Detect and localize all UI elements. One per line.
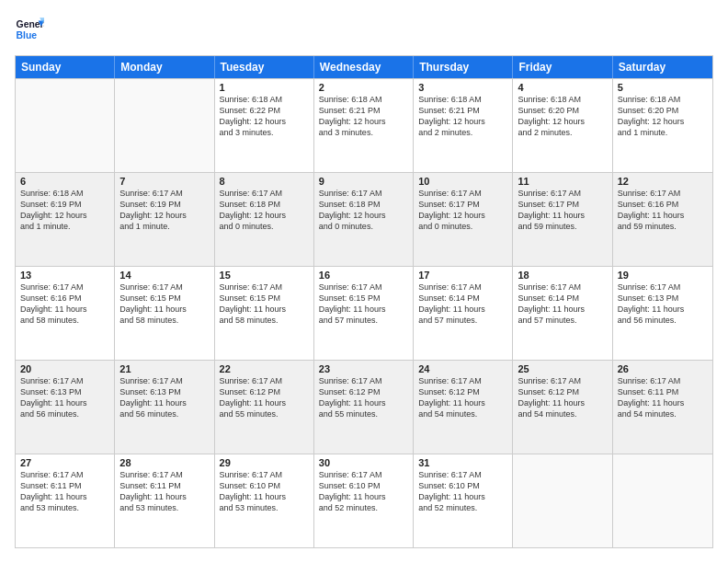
cell-info-line: Sunset: 6:16 PM bbox=[618, 199, 708, 210]
cell-info-line: Sunset: 6:15 PM bbox=[119, 293, 209, 304]
day-cell-5: 5Sunrise: 6:18 AMSunset: 6:20 PMDaylight… bbox=[613, 79, 712, 172]
day-cell-1: 1Sunrise: 6:18 AMSunset: 6:22 PMDaylight… bbox=[215, 79, 314, 172]
cell-info-line: Sunset: 6:19 PM bbox=[119, 199, 209, 210]
cell-info-line: and 53 minutes. bbox=[119, 502, 209, 513]
page-header: General Blue bbox=[15, 15, 713, 44]
weekday-header-monday: Monday bbox=[115, 56, 214, 78]
cell-info-line: Sunset: 6:16 PM bbox=[20, 293, 109, 304]
cell-info-line: Daylight: 11 hours bbox=[518, 210, 607, 221]
day-number: 14 bbox=[119, 270, 209, 281]
cell-info-line: and 59 minutes. bbox=[618, 221, 708, 232]
cell-info-line: Daylight: 12 hours bbox=[119, 210, 209, 221]
calendar-body: 1Sunrise: 6:18 AMSunset: 6:22 PMDaylight… bbox=[16, 78, 712, 547]
cell-info-line: Daylight: 11 hours bbox=[220, 491, 309, 502]
cell-info-line: Daylight: 11 hours bbox=[20, 491, 109, 502]
cell-info-line: Sunset: 6:21 PM bbox=[319, 105, 408, 116]
day-cell-18: 18Sunrise: 6:17 AMSunset: 6:14 PMDayligh… bbox=[513, 267, 612, 360]
cell-info-line: and 57 minutes. bbox=[518, 315, 607, 326]
svg-text:Blue: Blue bbox=[17, 30, 38, 40]
cell-info-line: Daylight: 12 hours bbox=[518, 116, 607, 127]
day-number: 22 bbox=[220, 363, 309, 374]
calendar-row-1: 1Sunrise: 6:18 AMSunset: 6:22 PMDaylight… bbox=[16, 78, 712, 172]
cell-info-line: Sunset: 6:11 PM bbox=[119, 480, 209, 491]
cell-info-line: Daylight: 11 hours bbox=[418, 304, 507, 315]
day-number: 11 bbox=[518, 176, 607, 187]
day-cell-30: 30Sunrise: 6:17 AMSunset: 6:10 PMDayligh… bbox=[314, 454, 414, 547]
cell-info-line: Sunrise: 6:17 AM bbox=[518, 375, 607, 386]
cell-info-line: Sunset: 6:12 PM bbox=[319, 386, 408, 397]
empty-cell bbox=[513, 454, 612, 547]
day-number: 3 bbox=[418, 82, 507, 93]
day-number: 20 bbox=[20, 363, 109, 374]
cell-info-line: Daylight: 11 hours bbox=[319, 304, 408, 315]
cell-info-line: and 55 minutes. bbox=[319, 408, 408, 419]
calendar-header: SundayMondayTuesdayWednesdayThursdayFrid… bbox=[16, 56, 712, 78]
day-cell-25: 25Sunrise: 6:17 AMSunset: 6:12 PMDayligh… bbox=[513, 361, 612, 454]
cell-info-line: Daylight: 12 hours bbox=[319, 210, 408, 221]
day-number: 4 bbox=[518, 82, 607, 93]
cell-info-line: Sunset: 6:15 PM bbox=[319, 293, 408, 304]
day-number: 27 bbox=[20, 457, 109, 468]
cell-info-line: Daylight: 11 hours bbox=[518, 304, 607, 315]
cell-info-line: and 1 minute. bbox=[119, 221, 209, 232]
cell-info-line: Sunset: 6:15 PM bbox=[220, 293, 309, 304]
day-number: 1 bbox=[220, 82, 309, 93]
cell-info-line: Sunrise: 6:17 AM bbox=[220, 282, 309, 293]
cell-info-line: and 57 minutes. bbox=[418, 315, 507, 326]
cell-info-line: Daylight: 11 hours bbox=[418, 397, 507, 408]
day-number: 29 bbox=[220, 457, 309, 468]
empty-cell bbox=[16, 79, 115, 172]
day-cell-9: 9Sunrise: 6:17 AMSunset: 6:18 PMDaylight… bbox=[314, 173, 414, 266]
cell-info-line: Sunrise: 6:17 AM bbox=[618, 282, 708, 293]
day-cell-22: 22Sunrise: 6:17 AMSunset: 6:12 PMDayligh… bbox=[215, 361, 314, 454]
day-cell-10: 10Sunrise: 6:17 AMSunset: 6:17 PMDayligh… bbox=[414, 173, 513, 266]
calendar-row-3: 13Sunrise: 6:17 AMSunset: 6:16 PMDayligh… bbox=[16, 266, 712, 360]
cell-info-line: Sunrise: 6:17 AM bbox=[319, 469, 408, 480]
cell-info-line: Daylight: 12 hours bbox=[20, 210, 109, 221]
day-cell-19: 19Sunrise: 6:17 AMSunset: 6:13 PMDayligh… bbox=[613, 267, 712, 360]
calendar: SundayMondayTuesdayWednesdayThursdayFrid… bbox=[15, 55, 713, 548]
day-number: 21 bbox=[119, 363, 209, 374]
cell-info-line: Daylight: 11 hours bbox=[220, 304, 309, 315]
cell-info-line: Sunrise: 6:17 AM bbox=[20, 469, 109, 480]
cell-info-line: Sunrise: 6:17 AM bbox=[220, 469, 309, 480]
cell-info-line: Sunset: 6:13 PM bbox=[20, 386, 109, 397]
cell-info-line: Sunset: 6:21 PM bbox=[418, 105, 507, 116]
cell-info-line: Sunset: 6:19 PM bbox=[20, 199, 109, 210]
empty-cell bbox=[613, 454, 712, 547]
weekday-header-tuesday: Tuesday bbox=[215, 56, 314, 78]
cell-info-line: Sunset: 6:17 PM bbox=[518, 199, 607, 210]
cell-info-line: and 1 minute. bbox=[618, 127, 708, 138]
cell-info-line: and 1 minute. bbox=[20, 221, 109, 232]
cell-info-line: Sunrise: 6:17 AM bbox=[20, 282, 109, 293]
cell-info-line: and 54 minutes. bbox=[518, 408, 607, 419]
day-cell-31: 31Sunrise: 6:17 AMSunset: 6:10 PMDayligh… bbox=[414, 454, 513, 547]
cell-info-line: Sunset: 6:18 PM bbox=[319, 199, 408, 210]
cell-info-line: Sunrise: 6:17 AM bbox=[119, 282, 209, 293]
day-cell-26: 26Sunrise: 6:17 AMSunset: 6:11 PMDayligh… bbox=[613, 361, 712, 454]
cell-info-line: Daylight: 11 hours bbox=[220, 397, 309, 408]
cell-info-line: Sunrise: 6:18 AM bbox=[518, 94, 607, 105]
cell-info-line: Sunrise: 6:17 AM bbox=[119, 469, 209, 480]
cell-info-line: Sunset: 6:14 PM bbox=[518, 293, 607, 304]
day-number: 18 bbox=[518, 270, 607, 281]
cell-info-line: and 58 minutes. bbox=[119, 315, 209, 326]
cell-info-line: and 3 minutes. bbox=[220, 127, 309, 138]
logo-icon: General Blue bbox=[15, 15, 44, 44]
cell-info-line: Daylight: 11 hours bbox=[319, 491, 408, 502]
cell-info-line: Sunrise: 6:17 AM bbox=[319, 188, 408, 199]
empty-cell bbox=[115, 79, 214, 172]
day-number: 28 bbox=[119, 457, 209, 468]
day-number: 13 bbox=[20, 270, 109, 281]
cell-info-line: and 53 minutes. bbox=[220, 502, 309, 513]
day-cell-23: 23Sunrise: 6:17 AMSunset: 6:12 PMDayligh… bbox=[314, 361, 414, 454]
day-cell-4: 4Sunrise: 6:18 AMSunset: 6:20 PMDaylight… bbox=[513, 79, 612, 172]
cell-info-line: and 58 minutes. bbox=[20, 315, 109, 326]
day-cell-13: 13Sunrise: 6:17 AMSunset: 6:16 PMDayligh… bbox=[16, 267, 115, 360]
cell-info-line: Sunrise: 6:17 AM bbox=[220, 375, 309, 386]
cell-info-line: Sunset: 6:20 PM bbox=[518, 105, 607, 116]
day-number: 26 bbox=[618, 363, 708, 374]
weekday-header-thursday: Thursday bbox=[414, 56, 513, 78]
day-number: 12 bbox=[618, 176, 708, 187]
day-cell-28: 28Sunrise: 6:17 AMSunset: 6:11 PMDayligh… bbox=[115, 454, 214, 547]
